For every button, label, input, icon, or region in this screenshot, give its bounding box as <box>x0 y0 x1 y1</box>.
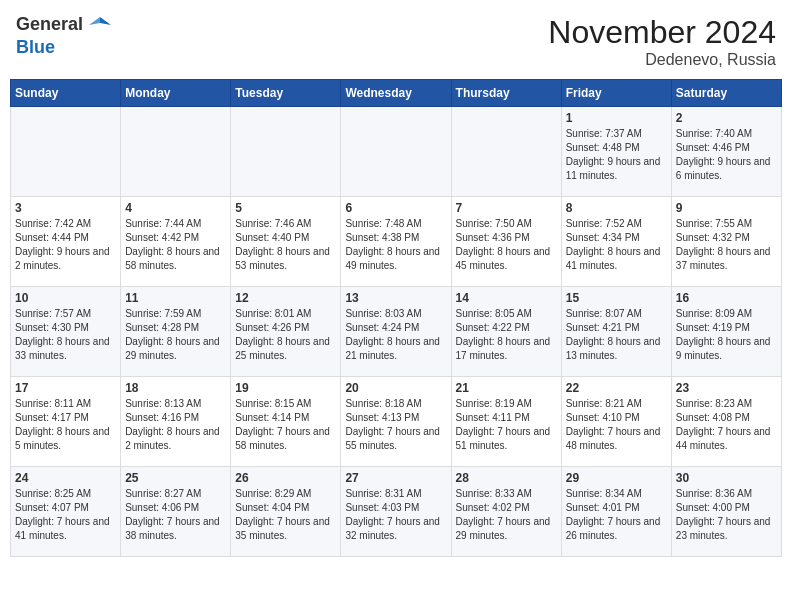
calendar-week-row: 10Sunrise: 7:57 AMSunset: 4:30 PMDayligh… <box>11 287 782 377</box>
day-number: 25 <box>125 471 226 485</box>
table-row: 8Sunrise: 7:52 AMSunset: 4:34 PMDaylight… <box>561 197 671 287</box>
table-row: 5Sunrise: 7:46 AMSunset: 4:40 PMDaylight… <box>231 197 341 287</box>
day-info: Sunrise: 7:52 AMSunset: 4:34 PMDaylight:… <box>566 217 667 273</box>
day-info: Sunrise: 7:42 AMSunset: 4:44 PMDaylight:… <box>15 217 116 273</box>
day-info: Sunrise: 8:15 AMSunset: 4:14 PMDaylight:… <box>235 397 336 453</box>
day-info: Sunrise: 7:50 AMSunset: 4:36 PMDaylight:… <box>456 217 557 273</box>
day-info: Sunrise: 7:46 AMSunset: 4:40 PMDaylight:… <box>235 217 336 273</box>
header-monday: Monday <box>121 80 231 107</box>
day-number: 20 <box>345 381 446 395</box>
calendar-week-row: 3Sunrise: 7:42 AMSunset: 4:44 PMDaylight… <box>11 197 782 287</box>
day-number: 4 <box>125 201 226 215</box>
table-row: 10Sunrise: 7:57 AMSunset: 4:30 PMDayligh… <box>11 287 121 377</box>
table-row: 29Sunrise: 8:34 AMSunset: 4:01 PMDayligh… <box>561 467 671 557</box>
table-row: 23Sunrise: 8:23 AMSunset: 4:08 PMDayligh… <box>671 377 781 467</box>
location-title: Dedenevo, Russia <box>548 51 776 69</box>
day-number: 23 <box>676 381 777 395</box>
day-number: 11 <box>125 291 226 305</box>
day-number: 19 <box>235 381 336 395</box>
day-info: Sunrise: 8:23 AMSunset: 4:08 PMDaylight:… <box>676 397 777 453</box>
day-info: Sunrise: 8:07 AMSunset: 4:21 PMDaylight:… <box>566 307 667 363</box>
day-info: Sunrise: 8:18 AMSunset: 4:13 PMDaylight:… <box>345 397 446 453</box>
table-row: 15Sunrise: 8:07 AMSunset: 4:21 PMDayligh… <box>561 287 671 377</box>
day-number: 28 <box>456 471 557 485</box>
table-row: 21Sunrise: 8:19 AMSunset: 4:11 PMDayligh… <box>451 377 561 467</box>
table-row: 6Sunrise: 7:48 AMSunset: 4:38 PMDaylight… <box>341 197 451 287</box>
header-wednesday: Wednesday <box>341 80 451 107</box>
table-row: 18Sunrise: 8:13 AMSunset: 4:16 PMDayligh… <box>121 377 231 467</box>
day-number: 15 <box>566 291 667 305</box>
calendar-week-row: 1Sunrise: 7:37 AMSunset: 4:48 PMDaylight… <box>11 107 782 197</box>
logo: General Blue <box>16 14 112 58</box>
day-info: Sunrise: 8:19 AMSunset: 4:11 PMDaylight:… <box>456 397 557 453</box>
day-info: Sunrise: 8:31 AMSunset: 4:03 PMDaylight:… <box>345 487 446 543</box>
day-info: Sunrise: 7:57 AMSunset: 4:30 PMDaylight:… <box>15 307 116 363</box>
table-row: 4Sunrise: 7:44 AMSunset: 4:42 PMDaylight… <box>121 197 231 287</box>
table-row <box>341 107 451 197</box>
table-row <box>121 107 231 197</box>
header-saturday: Saturday <box>671 80 781 107</box>
day-info: Sunrise: 8:27 AMSunset: 4:06 PMDaylight:… <box>125 487 226 543</box>
logo-blue: Blue <box>16 37 55 57</box>
table-row: 12Sunrise: 8:01 AMSunset: 4:26 PMDayligh… <box>231 287 341 377</box>
page-header: General Blue November 2024 Dedenevo, Rus… <box>10 10 782 73</box>
day-info: Sunrise: 8:29 AMSunset: 4:04 PMDaylight:… <box>235 487 336 543</box>
table-row: 1Sunrise: 7:37 AMSunset: 4:48 PMDaylight… <box>561 107 671 197</box>
day-info: Sunrise: 7:55 AMSunset: 4:32 PMDaylight:… <box>676 217 777 273</box>
day-number: 7 <box>456 201 557 215</box>
day-number: 27 <box>345 471 446 485</box>
table-row: 25Sunrise: 8:27 AMSunset: 4:06 PMDayligh… <box>121 467 231 557</box>
calendar-week-row: 24Sunrise: 8:25 AMSunset: 4:07 PMDayligh… <box>11 467 782 557</box>
day-number: 26 <box>235 471 336 485</box>
day-number: 12 <box>235 291 336 305</box>
day-info: Sunrise: 7:37 AMSunset: 4:48 PMDaylight:… <box>566 127 667 183</box>
day-info: Sunrise: 8:34 AMSunset: 4:01 PMDaylight:… <box>566 487 667 543</box>
day-info: Sunrise: 8:25 AMSunset: 4:07 PMDaylight:… <box>15 487 116 543</box>
svg-marker-1 <box>89 17 100 25</box>
table-row: 11Sunrise: 7:59 AMSunset: 4:28 PMDayligh… <box>121 287 231 377</box>
day-number: 9 <box>676 201 777 215</box>
table-row: 27Sunrise: 8:31 AMSunset: 4:03 PMDayligh… <box>341 467 451 557</box>
header-thursday: Thursday <box>451 80 561 107</box>
day-number: 3 <box>15 201 116 215</box>
table-row: 28Sunrise: 8:33 AMSunset: 4:02 PMDayligh… <box>451 467 561 557</box>
day-number: 13 <box>345 291 446 305</box>
table-row: 2Sunrise: 7:40 AMSunset: 4:46 PMDaylight… <box>671 107 781 197</box>
day-info: Sunrise: 8:09 AMSunset: 4:19 PMDaylight:… <box>676 307 777 363</box>
day-number: 21 <box>456 381 557 395</box>
day-info: Sunrise: 8:36 AMSunset: 4:00 PMDaylight:… <box>676 487 777 543</box>
table-row <box>11 107 121 197</box>
day-number: 17 <box>15 381 116 395</box>
header-sunday: Sunday <box>11 80 121 107</box>
day-number: 8 <box>566 201 667 215</box>
day-number: 30 <box>676 471 777 485</box>
day-info: Sunrise: 8:05 AMSunset: 4:22 PMDaylight:… <box>456 307 557 363</box>
table-row: 30Sunrise: 8:36 AMSunset: 4:00 PMDayligh… <box>671 467 781 557</box>
logo-general: General <box>16 14 83 34</box>
day-number: 22 <box>566 381 667 395</box>
month-title: November 2024 <box>548 14 776 51</box>
day-number: 29 <box>566 471 667 485</box>
day-number: 5 <box>235 201 336 215</box>
day-info: Sunrise: 8:33 AMSunset: 4:02 PMDaylight:… <box>456 487 557 543</box>
table-row: 22Sunrise: 8:21 AMSunset: 4:10 PMDayligh… <box>561 377 671 467</box>
day-info: Sunrise: 8:13 AMSunset: 4:16 PMDaylight:… <box>125 397 226 453</box>
day-number: 16 <box>676 291 777 305</box>
calendar-table: Sunday Monday Tuesday Wednesday Thursday… <box>10 79 782 557</box>
header-friday: Friday <box>561 80 671 107</box>
day-info: Sunrise: 7:48 AMSunset: 4:38 PMDaylight:… <box>345 217 446 273</box>
day-info: Sunrise: 8:01 AMSunset: 4:26 PMDaylight:… <box>235 307 336 363</box>
table-row <box>451 107 561 197</box>
table-row: 26Sunrise: 8:29 AMSunset: 4:04 PMDayligh… <box>231 467 341 557</box>
day-info: Sunrise: 7:44 AMSunset: 4:42 PMDaylight:… <box>125 217 226 273</box>
table-row: 7Sunrise: 7:50 AMSunset: 4:36 PMDaylight… <box>451 197 561 287</box>
day-number: 6 <box>345 201 446 215</box>
table-row: 24Sunrise: 8:25 AMSunset: 4:07 PMDayligh… <box>11 467 121 557</box>
day-info: Sunrise: 8:03 AMSunset: 4:24 PMDaylight:… <box>345 307 446 363</box>
day-number: 18 <box>125 381 226 395</box>
day-number: 2 <box>676 111 777 125</box>
table-row: 20Sunrise: 8:18 AMSunset: 4:13 PMDayligh… <box>341 377 451 467</box>
table-row: 3Sunrise: 7:42 AMSunset: 4:44 PMDaylight… <box>11 197 121 287</box>
day-number: 24 <box>15 471 116 485</box>
table-row: 19Sunrise: 8:15 AMSunset: 4:14 PMDayligh… <box>231 377 341 467</box>
